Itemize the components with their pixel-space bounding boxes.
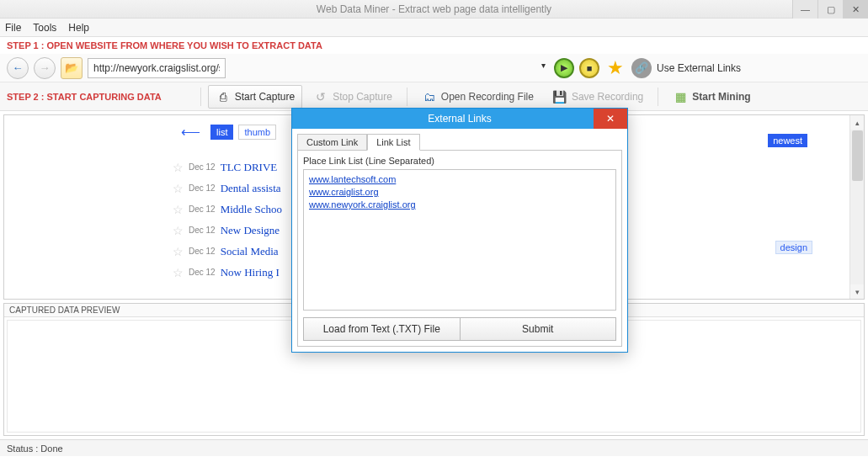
separator: [658, 88, 658, 106]
menu-bar: File Tools Help: [0, 19, 868, 37]
scroll-down-icon[interactable]: ▾: [850, 284, 864, 299]
tab-custom-link[interactable]: Custom Link: [297, 134, 367, 151]
dialog-titlebar[interactable]: External Links ✕: [292, 109, 627, 129]
menu-file[interactable]: File: [5, 22, 21, 34]
listing-date: Dec 12: [189, 226, 216, 235]
link-list-instruction: Place Link List (Line Separated): [303, 156, 616, 166]
folder-icon: 📂: [65, 61, 78, 74]
listing-title[interactable]: Social Media: [221, 245, 279, 258]
submit-button[interactable]: Submit: [461, 317, 617, 341]
go-button[interactable]: ▶: [554, 58, 574, 78]
status-bar: Status : Done: [0, 439, 868, 456]
open-folder-button[interactable]: 📂: [61, 57, 83, 79]
stop-capture-button[interactable]: ↺ Stop Capture: [306, 85, 400, 109]
listing-title[interactable]: New Designe: [221, 224, 280, 237]
url-input[interactable]: [88, 58, 226, 78]
play-icon: ▶: [561, 62, 567, 73]
listing-date: Dec 12: [189, 247, 216, 256]
star-outline-icon[interactable]: ☆: [173, 203, 184, 216]
close-button[interactable]: ✕: [843, 0, 868, 19]
arrow-left-icon: ←: [13, 61, 24, 74]
tab-panel-link-list: Place Link List (Line Separated) www.lan…: [297, 150, 622, 347]
start-mining-button[interactable]: ▦ Start Mining: [665, 85, 758, 109]
dialog-tabs: Custom Link Link List: [297, 134, 622, 151]
minimize-button[interactable]: —: [792, 0, 817, 19]
tab-link-list[interactable]: Link List: [367, 134, 419, 151]
separator: [407, 88, 407, 106]
link-list-entry[interactable]: www.craiglist.org: [309, 186, 610, 199]
dialog-title: External Links: [428, 113, 491, 125]
scroll-up-icon[interactable]: ▴: [850, 115, 864, 130]
undo-icon: ↺: [313, 89, 328, 104]
listing-title[interactable]: Now Hiring I: [221, 266, 280, 279]
star-outline-icon[interactable]: ☆: [173, 224, 184, 237]
star-outline-icon[interactable]: ☆: [173, 266, 184, 279]
star-icon: ★: [607, 57, 624, 79]
capture-icon: ⎙: [216, 89, 231, 104]
listing-date: Dec 12: [189, 268, 216, 277]
dialog-close-button[interactable]: ✕: [594, 109, 627, 129]
link-list-entry[interactable]: www.lantechsoft.com: [309, 173, 610, 186]
dropdown-caret-icon[interactable]: ▾: [541, 61, 546, 70]
favorite-button[interactable]: ★: [604, 57, 626, 79]
listing-title[interactable]: Middle Schoo: [221, 203, 282, 216]
nav-forward-button[interactable]: →: [34, 57, 56, 79]
vertical-scrollbar[interactable]: ▴ ▾: [849, 115, 864, 299]
page-back-icon[interactable]: ⟵: [181, 124, 200, 140]
listing-title[interactable]: Dental assista: [221, 182, 281, 195]
window-title: Web Data Miner - Extract web page data i…: [317, 3, 551, 15]
save-icon: 💾: [552, 89, 567, 104]
link-list-entry[interactable]: www.newyork.craiglist.org: [309, 199, 610, 211]
view-list-tab[interactable]: list: [210, 125, 233, 140]
listing-date: Dec 12: [189, 204, 216, 214]
arrow-right-icon: →: [40, 61, 51, 74]
window-buttons: — ▢ ✕: [792, 0, 868, 19]
stop-icon: ■: [587, 63, 593, 73]
save-recording-button[interactable]: 💾 Save Recording: [545, 85, 651, 109]
address-toolbar: ← → 📂 ▾ ▶ ■ ★ 🔗 Use External Links: [0, 54, 868, 82]
status-text: Status : Done: [7, 443, 63, 454]
external-links-button[interactable]: 🔗: [631, 58, 652, 78]
star-outline-icon[interactable]: ☆: [173, 245, 184, 258]
step-2-label: STEP 2 : START CAPTURING DATA: [7, 92, 162, 102]
open-recording-button[interactable]: 🗂 Open Recording File: [414, 85, 541, 109]
separator: [200, 88, 201, 106]
scroll-thumb[interactable]: [852, 130, 863, 181]
star-outline-icon[interactable]: ☆: [173, 161, 184, 174]
external-links-dialog: External Links ✕ Custom Link Link List P…: [291, 108, 628, 353]
menu-tools[interactable]: Tools: [33, 22, 56, 34]
capture-toolbar: STEP 2 : START CAPTURING DATA ⎙ Start Ca…: [0, 82, 868, 111]
listing-date: Dec 12: [189, 162, 216, 172]
folder-open-icon: 🗂: [422, 89, 437, 104]
stop-button[interactable]: ■: [579, 58, 599, 78]
window-titlebar: Web Data Miner - Extract web page data i…: [0, 0, 868, 19]
listing-title[interactable]: TLC DRIVE: [221, 161, 278, 174]
nav-back-button[interactable]: ←: [7, 57, 29, 79]
link-list-textarea[interactable]: www.lantechsoft.comwww.craiglist.orgwww.…: [303, 169, 616, 311]
tag-design[interactable]: design: [775, 241, 812, 254]
link-icon: 🔗: [635, 61, 648, 74]
listing-date: Dec 12: [189, 183, 216, 193]
sort-newest-button[interactable]: newest: [768, 134, 807, 147]
star-outline-icon[interactable]: ☆: [173, 182, 184, 195]
view-thumb-tab[interactable]: thumb: [238, 125, 276, 140]
load-from-txt-button[interactable]: Load from Text (.TXT) File: [303, 317, 461, 341]
maximize-button[interactable]: ▢: [817, 0, 843, 19]
close-icon: ✕: [606, 113, 615, 125]
step-1-label: STEP 1 : OPEN WEBSITE FROM WHERE YOU WIS…: [0, 37, 868, 54]
start-capture-button[interactable]: ⎙ Start Capture: [208, 85, 302, 109]
mine-icon: ▦: [673, 89, 688, 104]
external-links-label: Use External Links: [657, 62, 741, 74]
menu-help[interactable]: Help: [68, 22, 89, 34]
